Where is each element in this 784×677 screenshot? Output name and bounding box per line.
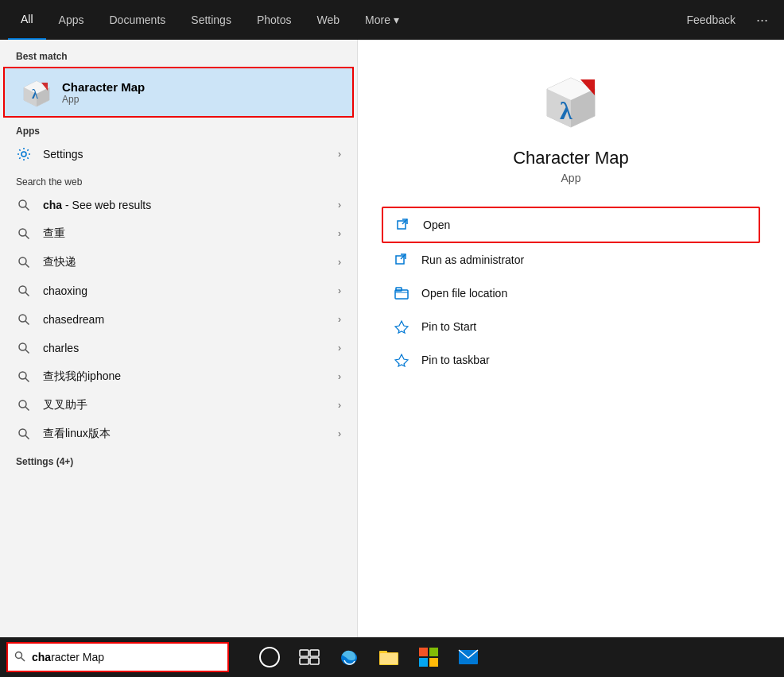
svg-rect-43 [310, 658, 319, 664]
web-result-zhakuaidi[interactable]: 查快递 › [0, 248, 357, 277]
settings-item[interactable]: Settings › [0, 140, 357, 168]
svg-line-16 [25, 321, 29, 325]
open-location-label: Open file location [421, 287, 507, 300]
pin-taskbar-label: Pin to taskbar [421, 354, 490, 366]
edge-button[interactable] [332, 640, 366, 674]
svg-line-22 [25, 407, 29, 411]
svg-rect-36 [396, 288, 402, 291]
svg-line-24 [25, 435, 29, 439]
svg-point-21 [19, 400, 26, 408]
nav-apps[interactable]: Apps [46, 0, 97, 40]
store-button[interactable] [412, 640, 445, 674]
svg-line-14 [25, 292, 29, 296]
mail-button[interactable] [452, 640, 485, 674]
svg-text:λ: λ [560, 96, 572, 125]
main-content: Best match λ [0, 40, 784, 669]
svg-point-7 [19, 200, 26, 207]
pin-start-icon [393, 318, 410, 335]
svg-point-19 [19, 372, 26, 379]
best-match-title: Character Map [62, 80, 145, 94]
settings-arrow: › [338, 149, 341, 160]
svg-rect-41 [310, 650, 319, 656]
file-explorer-button[interactable] [372, 640, 406, 674]
svg-line-38 [21, 657, 25, 661]
search-icon-4 [16, 283, 32, 299]
svg-point-13 [19, 286, 26, 293]
file-location-icon [393, 284, 410, 302]
svg-point-9 [19, 229, 26, 236]
nav-settings[interactable]: Settings [178, 0, 244, 40]
search-icon-8 [16, 397, 32, 413]
action-pin-taskbar[interactable]: Pin to taskbar [382, 343, 760, 377]
web-result-chasedream[interactable]: chasedream › [0, 305, 357, 334]
web-result-chachaassist[interactable]: 叉叉助手 › [0, 391, 357, 420]
settings-label: Settings [43, 148, 338, 161]
web-result-linuxver-label: 查看linux版本 [43, 427, 338, 441]
svg-rect-47 [380, 653, 398, 664]
web-result-zhachong[interactable]: 查重 › [0, 219, 357, 248]
action-open[interactable]: Open [382, 207, 760, 243]
nav-more[interactable]: More ▾ [352, 0, 412, 40]
gear-icon [16, 146, 32, 162]
svg-point-39 [260, 648, 279, 667]
web-result-zhachong-label: 查重 [43, 226, 338, 241]
run-admin-icon [393, 251, 410, 269]
svg-point-15 [19, 315, 26, 322]
web-result-linuxver[interactable]: 查看linux版本 › [0, 420, 357, 448]
left-panel: Best match λ [0, 40, 358, 669]
action-pin-start[interactable]: Pin to Start [382, 310, 760, 343]
best-match-subtitle: App [62, 94, 145, 105]
svg-line-18 [25, 350, 29, 354]
search-icon-1 [16, 197, 32, 213]
task-view-button[interactable] [293, 640, 326, 674]
start-button[interactable] [253, 640, 286, 674]
taskbar-icons [253, 640, 485, 674]
web-result-cha[interactable]: cha - See web results › [0, 191, 357, 219]
search-icon-9 [16, 426, 32, 442]
taskbar-search-icon [14, 651, 25, 664]
best-match-text: Character Map App [62, 80, 145, 105]
nav-documents[interactable]: Documents [96, 0, 178, 40]
search-bold-prefix: cha [32, 651, 51, 663]
action-open-location[interactable]: Open file location [382, 277, 760, 310]
web-result-charles[interactable]: charles › [0, 334, 357, 362]
svg-line-10 [25, 235, 29, 239]
taskbar-search-box[interactable]: character Map [6, 642, 229, 672]
open-icon [394, 216, 412, 234]
web-result-chaoxing[interactable]: chaoxing › [0, 277, 357, 305]
nav-right: Feedback ··· [674, 12, 777, 29]
search-suffix: racter Map [51, 651, 104, 663]
run-admin-label: Run as administrator [421, 253, 524, 266]
web-result-zhaphone[interactable]: 查找我的iphone › [0, 362, 357, 391]
taskbar: character Map [0, 637, 784, 677]
svg-point-17 [19, 343, 26, 350]
action-list: Open Run as administrator [358, 207, 784, 377]
svg-rect-49 [429, 648, 438, 656]
svg-line-12 [25, 264, 29, 268]
svg-point-23 [19, 429, 26, 436]
pin-taskbar-icon [393, 351, 410, 369]
svg-rect-48 [419, 648, 428, 656]
svg-rect-42 [300, 658, 309, 664]
nav-more-options[interactable]: ··· [748, 12, 776, 29]
nav-feedback[interactable]: Feedback [674, 14, 748, 26]
svg-point-37 [16, 652, 22, 658]
detail-app-icon: λ [539, 72, 603, 135]
svg-line-20 [25, 378, 29, 382]
detail-title: Character Map [513, 148, 629, 168]
svg-point-6 [21, 152, 26, 157]
nav-all[interactable]: All [8, 0, 46, 40]
svg-rect-51 [429, 658, 438, 667]
search-icon-7 [16, 369, 32, 385]
best-match-item[interactable]: λ Character Map App [3, 67, 354, 118]
svg-line-34 [401, 254, 406, 259]
search-icon-2 [16, 226, 32, 242]
action-run-admin[interactable]: Run as administrator [382, 243, 760, 277]
web-result-charles-label: charles [43, 342, 338, 354]
taskbar-search-text: character Map [32, 651, 104, 663]
svg-rect-40 [300, 650, 309, 656]
web-result-zhakuaidi-label: 查快递 [43, 255, 338, 269]
nav-photos[interactable]: Photos [244, 0, 305, 40]
svg-line-8 [25, 207, 29, 211]
nav-web[interactable]: Web [304, 0, 352, 40]
